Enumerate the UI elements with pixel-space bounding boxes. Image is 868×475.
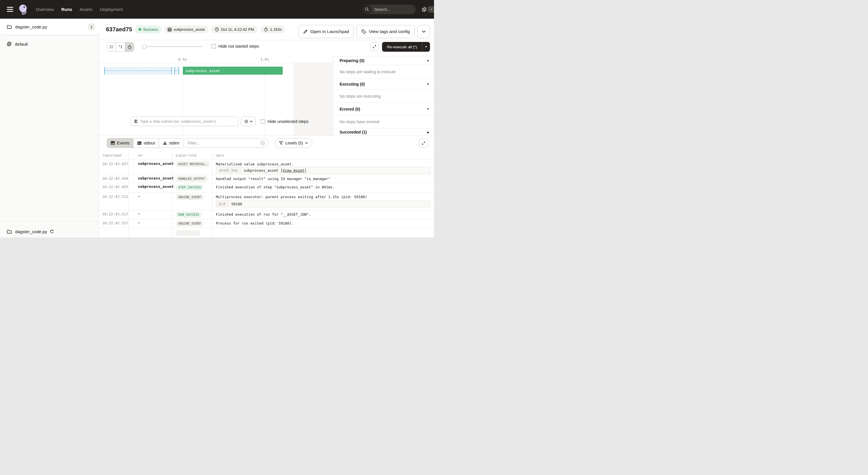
event-row[interactable]: 16:22:43.517 - RUN_SUCCESS Finished exec… (99, 210, 434, 219)
event-type-badge-success: STEP_SUCCESS (176, 184, 204, 190)
hamburger-menu-icon[interactable] (7, 7, 13, 12)
log-filter-input[interactable] (188, 141, 260, 145)
event-type-badge: ENGINE_EVENT (176, 194, 204, 200)
gantt-step-bar[interactable]: subprocess_asset (183, 67, 283, 75)
metadata-value: subprocess_asset (244, 168, 278, 173)
section-preparing-empty: No steps are waiting to execute (333, 65, 434, 79)
sidebar-item-code-location[interactable]: dagster_code.py 1 (0, 19, 99, 35)
step-preparing-bar (174, 67, 179, 75)
reexecute-dropdown-caret[interactable]: ▼ (422, 42, 430, 52)
run-asset-chip[interactable]: subprocess_asset (164, 26, 208, 33)
graph-query-toggle-button[interactable] (241, 117, 256, 126)
event-type-badge-success: RUN_SUCCESS (176, 212, 202, 218)
chevron-up-icon (250, 121, 253, 122)
log-view-tabs: Events stdout stderr (107, 138, 184, 148)
nav-item-deployment[interactable]: Deployment (100, 7, 123, 12)
event-log-table: TIMESTAMP OP EVENT TYPE INFO 16:22:43.43… (99, 152, 434, 237)
clock-icon (215, 27, 219, 32)
metadata-key: pid (216, 201, 228, 207)
view-mode-waterfall-icon[interactable] (116, 42, 125, 51)
event-timestamp: 16:22:43.450 (102, 176, 128, 181)
caret-right-icon: ▶ (427, 131, 429, 134)
col-event-type: EVENT TYPE (176, 154, 197, 157)
event-type-badge-partial (176, 230, 200, 236)
tab-events[interactable]: Events (107, 139, 133, 148)
hide-not-started-checkbox[interactable] (212, 44, 216, 49)
global-search[interactable]: / (362, 5, 415, 14)
expand-icon (422, 141, 426, 145)
status-dot-icon (138, 28, 141, 31)
reexecute-all-button[interactable]: Re-execute all (*) ▼ (382, 42, 430, 52)
step-subset-input[interactable] (140, 119, 235, 123)
top-nav: Overview Runs Assets Deployment / (0, 0, 434, 19)
col-timestamp: TIMESTAMP (102, 154, 122, 157)
event-op: - (138, 194, 140, 199)
clear-filter-icon[interactable] (260, 141, 265, 146)
event-row[interactable]: 16:22:43.513 - ENGINE_EVENT Multiprocess… (99, 192, 434, 210)
view-asset-link[interactable]: [View Asset] (280, 168, 306, 173)
reload-icon[interactable] (50, 230, 54, 234)
slider-thumb[interactable] (142, 44, 146, 49)
terminal-icon (137, 141, 142, 145)
repo-count-badge: 1 (88, 23, 95, 30)
layers-icon (244, 119, 248, 123)
nav-item-runs[interactable]: Runs (61, 7, 72, 12)
event-timestamp: 16:22:43.517 (102, 212, 128, 216)
nav-item-assets[interactable]: Assets (80, 7, 92, 12)
section-errored[interactable]: Errored (0) ▼ (333, 103, 434, 115)
section-preparing[interactable]: Preparing (0) ▼ (333, 56, 434, 65)
view-mode-timed-icon[interactable] (125, 42, 134, 51)
table-grid-icon (167, 28, 172, 32)
gantt-view-mode-toggle (107, 42, 134, 52)
run-start-time-chip: Oct 11, 4:22:42 PM (211, 26, 257, 33)
settings-gear-icon[interactable] (421, 6, 428, 13)
run-id: 637aed75 (106, 26, 132, 33)
search-input[interactable] (372, 7, 428, 12)
event-op: subprocess_asset (138, 161, 174, 166)
folder-icon (7, 230, 12, 234)
dagster-logo-icon[interactable] (17, 3, 29, 17)
event-timestamp: 16:22:43.527 (102, 221, 128, 225)
tab-stdout[interactable]: stdout (133, 139, 159, 148)
stopwatch-icon (264, 27, 268, 32)
search-icon (362, 5, 372, 14)
gantt-zoom-slider[interactable] (143, 46, 203, 47)
sidebar-item-default-repo[interactable]: default (0, 39, 99, 49)
run-actions-chevron-button[interactable] (417, 25, 430, 38)
open-in-launchpad-button[interactable]: Open in Launchpad (298, 25, 354, 38)
repository-icon (7, 42, 11, 46)
gantt-fullscreen-button[interactable] (370, 42, 379, 51)
events-section-divider (99, 136, 434, 136)
logs-fullscreen-button[interactable] (419, 139, 428, 148)
section-executing-empty: No steps are executing (333, 90, 434, 103)
event-row[interactable]: 16:22:43.527 - ENGINE_EVENT Process for … (99, 219, 434, 228)
col-op: OP (138, 154, 143, 157)
section-succeeded[interactable]: Succeeded (1) ▶ (333, 128, 434, 136)
code-location-label: dagster_code.py (15, 24, 47, 29)
axis-tick-05s: 0.5s (178, 57, 187, 61)
hide-not-started-control: Hide not started steps (212, 42, 259, 51)
expand-icon (372, 44, 377, 49)
event-info: Materialized value subprocess_asset. (216, 162, 431, 166)
event-row[interactable]: 16:22:43.453 subprocess_asset STEP_SUCCE… (99, 183, 434, 192)
folder-icon (7, 25, 12, 29)
event-op: subprocess_asset (138, 176, 174, 180)
event-info: Handled output "result" using IO manager… (216, 177, 431, 181)
caret-down-icon: ▼ (427, 82, 429, 86)
warning-triangle-icon (163, 141, 167, 145)
nav-item-overview[interactable]: Overview (36, 7, 54, 12)
levels-dropdown[interactable]: Levels (5) (275, 138, 312, 148)
event-info: Finished execution of step "subprocess_a… (216, 185, 431, 189)
view-tags-config-button[interactable]: View tags and config (356, 25, 415, 38)
hide-unselected-checkbox[interactable] (260, 119, 265, 124)
section-executing[interactable]: Executing (0) ▼ (333, 79, 434, 90)
step-subset-filter[interactable] (131, 117, 238, 126)
table-header-row: TIMESTAMP OP EVENT TYPE INFO (99, 152, 434, 160)
tab-stderr[interactable]: stderr (159, 139, 183, 148)
view-mode-flat-icon[interactable] (107, 42, 116, 51)
log-filter-field[interactable] (183, 138, 269, 148)
hide-not-started-label: Hide not started steps (218, 44, 259, 49)
event-row[interactable]: 16:22:43.450 subprocess_asset HANDLED_OU… (99, 175, 434, 183)
workspace-sidebar: dagster_code.py 1 default dagster_code.p… (0, 19, 99, 237)
event-row[interactable]: 16:22:43.437 subprocess_asset ASSET_MATE… (99, 160, 434, 175)
